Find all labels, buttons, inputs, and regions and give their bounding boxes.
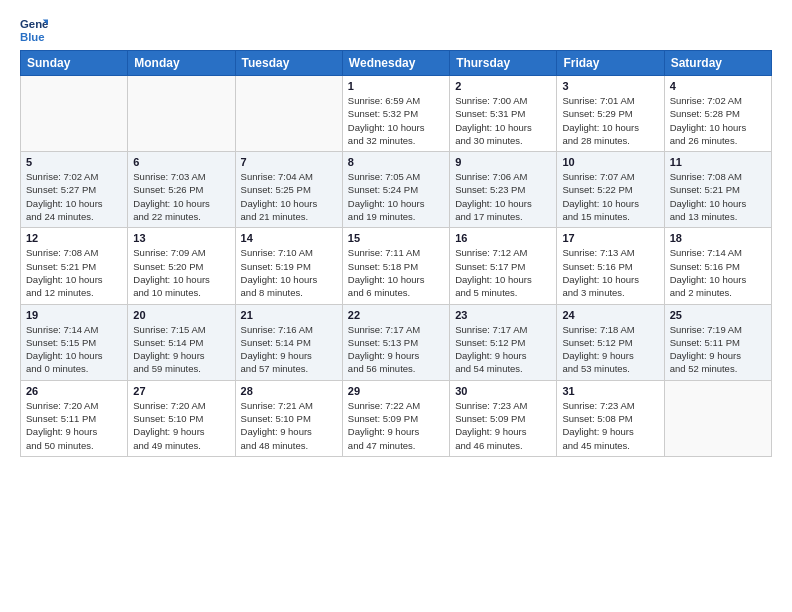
- day-info: Sunrise: 7:02 AM Sunset: 5:27 PM Dayligh…: [26, 170, 122, 223]
- day-number: 31: [562, 385, 658, 397]
- day-number: 27: [133, 385, 229, 397]
- calendar-weekday-header: Sunday: [21, 51, 128, 76]
- day-info: Sunrise: 7:04 AM Sunset: 5:25 PM Dayligh…: [241, 170, 337, 223]
- header: General Blue: [20, 16, 772, 44]
- calendar-cell: [664, 380, 771, 456]
- calendar-cell: 6Sunrise: 7:03 AM Sunset: 5:26 PM Daylig…: [128, 152, 235, 228]
- calendar-week-row: 26Sunrise: 7:20 AM Sunset: 5:11 PM Dayli…: [21, 380, 772, 456]
- day-info: Sunrise: 7:15 AM Sunset: 5:14 PM Dayligh…: [133, 323, 229, 376]
- calendar-cell: 29Sunrise: 7:22 AM Sunset: 5:09 PM Dayli…: [342, 380, 449, 456]
- calendar-cell: 27Sunrise: 7:20 AM Sunset: 5:10 PM Dayli…: [128, 380, 235, 456]
- day-info: Sunrise: 7:10 AM Sunset: 5:19 PM Dayligh…: [241, 246, 337, 299]
- day-info: Sunrise: 7:21 AM Sunset: 5:10 PM Dayligh…: [241, 399, 337, 452]
- calendar-cell: 1Sunrise: 6:59 AM Sunset: 5:32 PM Daylig…: [342, 76, 449, 152]
- calendar-cell: 2Sunrise: 7:00 AM Sunset: 5:31 PM Daylig…: [450, 76, 557, 152]
- day-info: Sunrise: 7:01 AM Sunset: 5:29 PM Dayligh…: [562, 94, 658, 147]
- calendar-cell: 26Sunrise: 7:20 AM Sunset: 5:11 PM Dayli…: [21, 380, 128, 456]
- day-number: 23: [455, 309, 551, 321]
- calendar-cell: 3Sunrise: 7:01 AM Sunset: 5:29 PM Daylig…: [557, 76, 664, 152]
- calendar-cell: 9Sunrise: 7:06 AM Sunset: 5:23 PM Daylig…: [450, 152, 557, 228]
- calendar-cell: 28Sunrise: 7:21 AM Sunset: 5:10 PM Dayli…: [235, 380, 342, 456]
- day-info: Sunrise: 7:20 AM Sunset: 5:10 PM Dayligh…: [133, 399, 229, 452]
- day-info: Sunrise: 7:22 AM Sunset: 5:09 PM Dayligh…: [348, 399, 444, 452]
- calendar-cell: 31Sunrise: 7:23 AM Sunset: 5:08 PM Dayli…: [557, 380, 664, 456]
- calendar-weekday-header: Wednesday: [342, 51, 449, 76]
- calendar-cell: 16Sunrise: 7:12 AM Sunset: 5:17 PM Dayli…: [450, 228, 557, 304]
- calendar-cell: 14Sunrise: 7:10 AM Sunset: 5:19 PM Dayli…: [235, 228, 342, 304]
- calendar-cell: 17Sunrise: 7:13 AM Sunset: 5:16 PM Dayli…: [557, 228, 664, 304]
- day-number: 19: [26, 309, 122, 321]
- calendar-cell: 4Sunrise: 7:02 AM Sunset: 5:28 PM Daylig…: [664, 76, 771, 152]
- day-info: Sunrise: 7:05 AM Sunset: 5:24 PM Dayligh…: [348, 170, 444, 223]
- day-number: 7: [241, 156, 337, 168]
- day-info: Sunrise: 7:13 AM Sunset: 5:16 PM Dayligh…: [562, 246, 658, 299]
- logo-icon: General Blue: [20, 16, 48, 44]
- calendar-cell: [21, 76, 128, 152]
- day-number: 8: [348, 156, 444, 168]
- calendar-cell: 22Sunrise: 7:17 AM Sunset: 5:13 PM Dayli…: [342, 304, 449, 380]
- day-info: Sunrise: 7:02 AM Sunset: 5:28 PM Dayligh…: [670, 94, 766, 147]
- day-number: 21: [241, 309, 337, 321]
- day-number: 1: [348, 80, 444, 92]
- day-number: 22: [348, 309, 444, 321]
- calendar-cell: 13Sunrise: 7:09 AM Sunset: 5:20 PM Dayli…: [128, 228, 235, 304]
- calendar-cell: [128, 76, 235, 152]
- day-number: 16: [455, 232, 551, 244]
- day-info: Sunrise: 7:03 AM Sunset: 5:26 PM Dayligh…: [133, 170, 229, 223]
- day-number: 4: [670, 80, 766, 92]
- page: General Blue SundayMondayTuesdayWednesda…: [0, 0, 792, 612]
- day-info: Sunrise: 7:18 AM Sunset: 5:12 PM Dayligh…: [562, 323, 658, 376]
- day-info: Sunrise: 6:59 AM Sunset: 5:32 PM Dayligh…: [348, 94, 444, 147]
- day-info: Sunrise: 7:09 AM Sunset: 5:20 PM Dayligh…: [133, 246, 229, 299]
- day-info: Sunrise: 7:07 AM Sunset: 5:22 PM Dayligh…: [562, 170, 658, 223]
- day-number: 24: [562, 309, 658, 321]
- calendar-week-row: 19Sunrise: 7:14 AM Sunset: 5:15 PM Dayli…: [21, 304, 772, 380]
- day-number: 18: [670, 232, 766, 244]
- day-number: 13: [133, 232, 229, 244]
- day-number: 29: [348, 385, 444, 397]
- day-info: Sunrise: 7:06 AM Sunset: 5:23 PM Dayligh…: [455, 170, 551, 223]
- calendar-cell: 24Sunrise: 7:18 AM Sunset: 5:12 PM Dayli…: [557, 304, 664, 380]
- calendar-cell: 21Sunrise: 7:16 AM Sunset: 5:14 PM Dayli…: [235, 304, 342, 380]
- day-number: 26: [26, 385, 122, 397]
- day-number: 25: [670, 309, 766, 321]
- day-number: 28: [241, 385, 337, 397]
- day-number: 9: [455, 156, 551, 168]
- day-info: Sunrise: 7:14 AM Sunset: 5:16 PM Dayligh…: [670, 246, 766, 299]
- day-info: Sunrise: 7:19 AM Sunset: 5:11 PM Dayligh…: [670, 323, 766, 376]
- calendar-weekday-header: Tuesday: [235, 51, 342, 76]
- day-info: Sunrise: 7:20 AM Sunset: 5:11 PM Dayligh…: [26, 399, 122, 452]
- day-info: Sunrise: 7:14 AM Sunset: 5:15 PM Dayligh…: [26, 323, 122, 376]
- calendar-cell: 18Sunrise: 7:14 AM Sunset: 5:16 PM Dayli…: [664, 228, 771, 304]
- day-number: 14: [241, 232, 337, 244]
- calendar-weekday-header: Saturday: [664, 51, 771, 76]
- day-number: 2: [455, 80, 551, 92]
- logo: General Blue: [20, 16, 50, 44]
- day-info: Sunrise: 7:23 AM Sunset: 5:09 PM Dayligh…: [455, 399, 551, 452]
- day-number: 10: [562, 156, 658, 168]
- calendar-cell: 5Sunrise: 7:02 AM Sunset: 5:27 PM Daylig…: [21, 152, 128, 228]
- day-info: Sunrise: 7:23 AM Sunset: 5:08 PM Dayligh…: [562, 399, 658, 452]
- calendar-cell: 12Sunrise: 7:08 AM Sunset: 5:21 PM Dayli…: [21, 228, 128, 304]
- day-number: 5: [26, 156, 122, 168]
- day-info: Sunrise: 7:08 AM Sunset: 5:21 PM Dayligh…: [26, 246, 122, 299]
- day-info: Sunrise: 7:17 AM Sunset: 5:13 PM Dayligh…: [348, 323, 444, 376]
- calendar-weekday-header: Thursday: [450, 51, 557, 76]
- calendar-cell: 23Sunrise: 7:17 AM Sunset: 5:12 PM Dayli…: [450, 304, 557, 380]
- day-info: Sunrise: 7:17 AM Sunset: 5:12 PM Dayligh…: [455, 323, 551, 376]
- day-number: 11: [670, 156, 766, 168]
- calendar-cell: 20Sunrise: 7:15 AM Sunset: 5:14 PM Dayli…: [128, 304, 235, 380]
- day-info: Sunrise: 7:08 AM Sunset: 5:21 PM Dayligh…: [670, 170, 766, 223]
- calendar-cell: 8Sunrise: 7:05 AM Sunset: 5:24 PM Daylig…: [342, 152, 449, 228]
- day-number: 20: [133, 309, 229, 321]
- day-number: 6: [133, 156, 229, 168]
- calendar-cell: 11Sunrise: 7:08 AM Sunset: 5:21 PM Dayli…: [664, 152, 771, 228]
- day-info: Sunrise: 7:00 AM Sunset: 5:31 PM Dayligh…: [455, 94, 551, 147]
- calendar-cell: 19Sunrise: 7:14 AM Sunset: 5:15 PM Dayli…: [21, 304, 128, 380]
- day-number: 15: [348, 232, 444, 244]
- calendar-week-row: 12Sunrise: 7:08 AM Sunset: 5:21 PM Dayli…: [21, 228, 772, 304]
- calendar-cell: 10Sunrise: 7:07 AM Sunset: 5:22 PM Dayli…: [557, 152, 664, 228]
- calendar-header-row: SundayMondayTuesdayWednesdayThursdayFrid…: [21, 51, 772, 76]
- calendar-week-row: 1Sunrise: 6:59 AM Sunset: 5:32 PM Daylig…: [21, 76, 772, 152]
- day-number: 17: [562, 232, 658, 244]
